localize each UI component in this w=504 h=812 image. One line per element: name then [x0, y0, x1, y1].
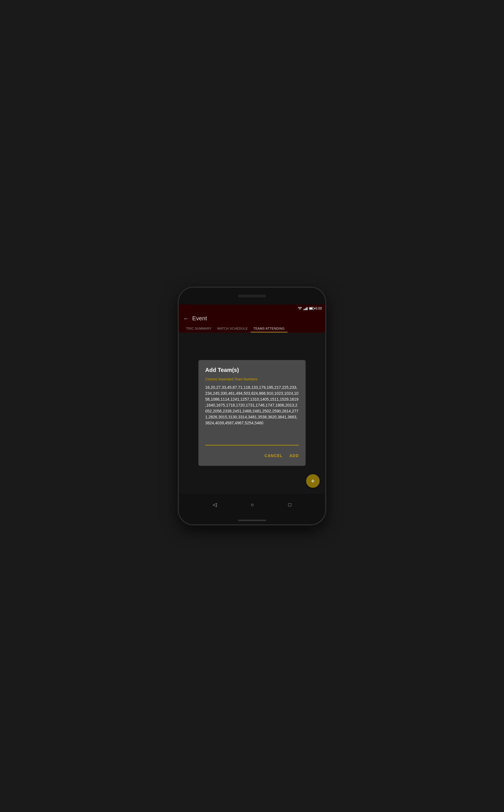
team-numbers-input[interactable] [205, 383, 299, 445]
dialog-title: Add Team(s) [205, 367, 299, 373]
top-bezel [179, 288, 325, 305]
dialog-overlay: Add Team(s) Comma Seperated Team Numbers… [179, 332, 325, 493]
dialog-field-label: Comma Seperated Team Numbers [205, 377, 299, 381]
battery-icon [309, 307, 314, 310]
phone-shell: 6:00 ← Event TRIC SUMMARY MATCH SCHEDULE… [179, 288, 325, 524]
bottom-nav: ◁ ○ □ [179, 493, 325, 516]
tab-teams-attending[interactable]: TEAMS ATTENDING [251, 325, 288, 332]
speaker-grille [238, 295, 266, 297]
nav-back-button[interactable]: ◁ [213, 502, 217, 508]
page-title: Event [192, 315, 207, 322]
status-time: 6:00 [315, 306, 322, 310]
wifi-icon [298, 307, 302, 310]
nav-recent-button[interactable]: □ [288, 502, 291, 508]
phone-screen: 6:00 ← Event TRIC SUMMARY MATCH SCHEDULE… [179, 305, 325, 493]
phone-chin [179, 516, 325, 524]
add-teams-dialog: Add Team(s) Comma Seperated Team Numbers… [198, 360, 306, 466]
app-header: ← Event TRIC SUMMARY MATCH SCHEDULE TEAM… [179, 312, 325, 332]
home-indicator [238, 520, 266, 521]
back-button[interactable]: ← [183, 315, 189, 322]
main-content: Add Team(s) Comma Seperated Team Numbers… [179, 332, 325, 493]
nav-home-button[interactable]: ○ [251, 502, 254, 508]
tab-tric-summary[interactable]: TRIC SUMMARY [183, 325, 215, 332]
tab-match-schedule[interactable]: MATCH SCHEDULE [215, 325, 251, 332]
add-button[interactable]: ADD [289, 452, 299, 459]
dialog-actions: CANCEL ADD [205, 452, 299, 459]
status-bar: 6:00 [179, 305, 325, 312]
tab-bar: TRIC SUMMARY MATCH SCHEDULE TEAMS ATTEND… [183, 325, 321, 332]
fab-add-button[interactable]: + [306, 474, 320, 488]
cancel-button[interactable]: CANCEL [264, 452, 282, 459]
status-icons: 6:00 [298, 306, 322, 310]
signal-icon [303, 307, 308, 310]
